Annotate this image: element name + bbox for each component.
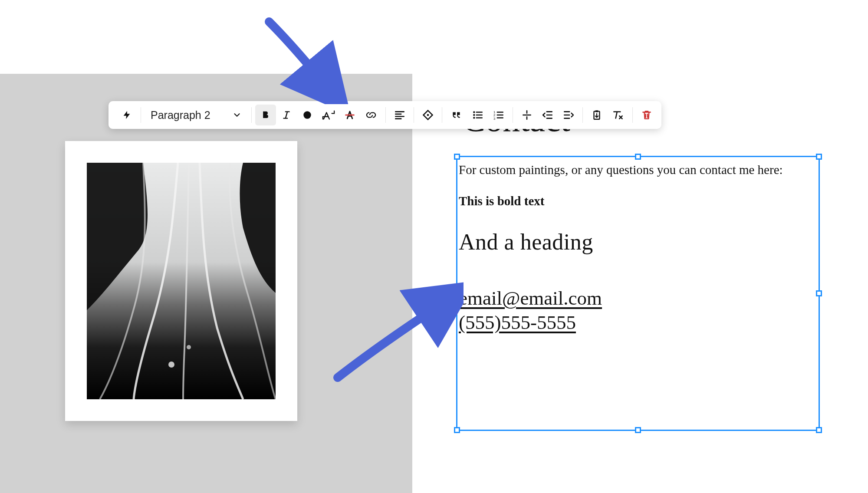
numbered-list-button[interactable]: 123 — [488, 105, 509, 125]
separator — [582, 107, 583, 123]
svg-text:3: 3 — [493, 117, 495, 121]
text-toolbar: Paragraph 2 123 — [108, 101, 661, 129]
paste-button[interactable] — [586, 105, 607, 125]
align-button[interactable] — [389, 105, 410, 125]
divider-icon — [521, 109, 533, 121]
selection-outline[interactable] — [456, 156, 820, 431]
outdent-button[interactable] — [537, 105, 558, 125]
annotation-arrow-left — [333, 282, 464, 382]
indent-button[interactable] — [558, 105, 579, 125]
separator — [442, 107, 442, 123]
resize-handle-bl[interactable] — [454, 427, 460, 433]
indent-icon — [562, 109, 575, 121]
numbered-list-icon: 123 — [493, 109, 505, 121]
clipboard-icon — [591, 109, 602, 121]
quick-actions-button[interactable] — [116, 105, 137, 125]
resize-handle-bm[interactable] — [635, 427, 641, 433]
color-dot-icon — [302, 109, 313, 121]
bold-button[interactable] — [255, 105, 276, 125]
svg-point-4 — [427, 114, 429, 116]
svg-point-2 — [187, 345, 191, 349]
annotation-arrow-top — [265, 17, 352, 104]
strikethrough-button[interactable] — [339, 105, 360, 125]
strikethrough-icon — [344, 109, 356, 121]
resize-handle-tm[interactable] — [635, 154, 641, 160]
svg-point-5 — [473, 111, 475, 113]
separator — [251, 107, 252, 123]
image-frame[interactable] — [65, 141, 297, 421]
separator — [632, 107, 633, 123]
highlight-button[interactable] — [418, 105, 438, 125]
resize-handle-tl[interactable] — [454, 154, 460, 160]
clear-format-button[interactable] — [607, 105, 629, 125]
align-left-icon — [394, 109, 405, 121]
quote-icon — [450, 109, 463, 121]
separator — [385, 107, 386, 123]
delete-button[interactable] — [636, 105, 657, 125]
bullet-list-icon — [472, 109, 484, 121]
divider-button[interactable] — [516, 105, 537, 125]
bullet-list-button[interactable] — [467, 105, 488, 125]
svg-point-7 — [473, 117, 475, 118]
separator — [414, 107, 414, 123]
resize-handle-br[interactable] — [816, 427, 822, 433]
svg-point-3 — [303, 111, 311, 118]
svg-point-1 — [168, 362, 174, 368]
separator — [141, 107, 141, 123]
abstract-art-image — [87, 163, 276, 399]
chevron-down-icon — [232, 110, 242, 120]
svg-point-6 — [473, 114, 475, 116]
link-button[interactable] — [360, 105, 382, 125]
outdent-icon — [542, 109, 554, 121]
font-size-icon — [322, 109, 335, 121]
paragraph-style-label: Paragraph 2 — [151, 109, 210, 122]
quote-button[interactable] — [446, 105, 467, 125]
font-size-button[interactable] — [318, 105, 339, 125]
svg-rect-12 — [595, 110, 598, 112]
resize-handle-mr[interactable] — [816, 290, 822, 296]
resize-handle-tr[interactable] — [816, 154, 822, 160]
separator — [513, 107, 513, 123]
italic-icon — [281, 109, 292, 121]
text-color-button[interactable] — [297, 105, 318, 125]
italic-button[interactable] — [276, 105, 297, 125]
paragraph-style-select[interactable]: Paragraph 2 — [145, 105, 248, 125]
link-icon — [365, 109, 378, 121]
paint-bucket-icon — [422, 109, 434, 121]
bold-icon — [260, 109, 272, 121]
clear-format-icon — [612, 109, 625, 121]
trash-icon — [641, 109, 652, 121]
